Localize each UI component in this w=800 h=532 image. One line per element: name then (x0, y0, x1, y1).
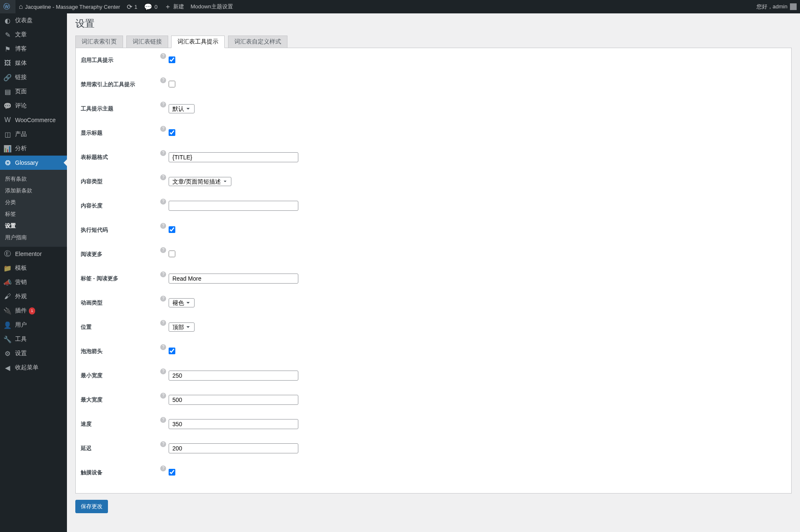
menu-comments[interactable]: 💬评论 (0, 99, 67, 113)
comments[interactable]: 💬0 (141, 0, 161, 13)
label-read-more: 阅读更多 (81, 242, 164, 266)
label-min-width: 最小宽度 (81, 363, 164, 388)
submenu-guide[interactable]: 用户指南 (0, 232, 67, 243)
help-icon[interactable]: ? (160, 126, 166, 132)
label-animation-type: 动画类型 (81, 291, 164, 315)
menu-templates[interactable]: 📁模板 (0, 261, 67, 275)
help-icon[interactable]: ? (160, 296, 166, 302)
checkbox-disable-on-index[interactable] (169, 81, 175, 87)
label-read-more-text: 标签 - 阅读更多 (81, 266, 164, 291)
help-icon[interactable]: ? (160, 247, 166, 253)
page-title: 设置 (75, 13, 792, 32)
chart-icon: 📊 (3, 144, 12, 153)
submenu-categories[interactable]: 分类 (0, 197, 67, 208)
tab-custom-style[interactable]: 词汇表自定义样式 (228, 36, 287, 48)
menu-blog[interactable]: ⚑博客 (0, 42, 67, 56)
menu-plugins[interactable]: 🔌插件1 (0, 304, 67, 318)
menu-collapse[interactable]: ◀收起菜单 (0, 361, 67, 375)
flag-icon: ⚑ (3, 45, 12, 53)
select-position[interactable]: 顶部 (169, 322, 195, 332)
input-speed[interactable] (169, 419, 298, 429)
link-icon: 🔗 (3, 73, 12, 82)
menu-elementor[interactable]: ⒺElementor (0, 247, 67, 261)
tab-index[interactable]: 词汇表索引页 (75, 36, 123, 48)
checkbox-exec-shortcode[interactable] (169, 226, 175, 233)
comment-icon: 💬 (3, 102, 12, 110)
menu-glossary[interactable]: ❂Glossary (0, 156, 67, 170)
help-icon[interactable]: ? (160, 320, 166, 326)
help-icon[interactable]: ? (160, 368, 166, 374)
help-icon[interactable]: ? (160, 174, 166, 180)
tab-links[interactable]: 词汇表链接 (126, 36, 168, 48)
updates-count: 1 (134, 4, 137, 10)
updates[interactable]: ⟳1 (123, 0, 141, 13)
glossary-submenu: 所有条款 添加新条款 分类 标签 设置 用户指南 (0, 170, 67, 247)
glossary-icon: ❂ (3, 159, 12, 167)
elementor-icon: Ⓔ (3, 250, 12, 258)
select-animation-type[interactable]: 褪色 (169, 298, 195, 307)
select-content-type[interactable]: 文章/页面简短描述 (169, 177, 231, 186)
submenu-tags[interactable]: 标签 (0, 208, 67, 220)
plugin-badge: 1 (29, 307, 35, 315)
help-icon[interactable]: ? (160, 393, 166, 399)
help-icon[interactable]: ? (160, 417, 166, 423)
save-button[interactable]: 保存更改 (75, 500, 108, 513)
menu-settings[interactable]: ⚙设置 (0, 346, 67, 361)
page-icon: ▤ (3, 87, 12, 96)
help-icon[interactable]: ? (160, 53, 166, 59)
label-tooltip-theme: 工具提示主题 (81, 97, 164, 121)
help-icon[interactable]: ? (160, 77, 166, 83)
input-min-width[interactable] (169, 371, 298, 381)
wp-logo[interactable]: ⓦ (0, 0, 15, 13)
checkbox-read-more[interactable] (169, 251, 175, 257)
input-delay[interactable] (169, 443, 298, 453)
input-max-width[interactable] (169, 395, 298, 405)
help-icon[interactable]: ? (160, 466, 166, 471)
woo-icon: W (3, 116, 12, 124)
menu-woocommerce[interactable]: WWooCommerce (0, 113, 67, 127)
label-touch-device: 触摸设备 (81, 460, 164, 485)
menu-posts[interactable]: ✎文章 (0, 28, 67, 42)
site-link[interactable]: ⌂Jacqueline - Massage Theraphy Center (15, 0, 123, 13)
help-icon[interactable]: ? (160, 271, 166, 277)
help-icon[interactable]: ? (160, 441, 166, 447)
avatar (790, 3, 797, 10)
help-icon[interactable]: ? (160, 150, 166, 156)
menu-products[interactable]: ◫产品 (0, 127, 67, 141)
label-delay: 延迟 (81, 436, 164, 460)
select-tooltip-theme[interactable]: 默认 (169, 104, 195, 113)
menu-pages[interactable]: ▤页面 (0, 84, 67, 99)
menu-dashboard[interactable]: ◐仪表盘 (0, 13, 67, 28)
menu-analytics[interactable]: 📊分析 (0, 141, 67, 156)
comments-count: 0 (154, 4, 157, 10)
input-read-more-label[interactable] (169, 274, 298, 284)
user-icon: 👤 (3, 321, 12, 329)
menu-marketing[interactable]: 📣营销 (0, 275, 67, 289)
menu-tools[interactable]: 🔧工具 (0, 332, 67, 346)
folder-icon: 📁 (3, 264, 12, 272)
checkbox-show-title[interactable] (169, 129, 175, 136)
submenu-all-terms[interactable]: 所有条款 (0, 173, 67, 185)
menu-users[interactable]: 👤用户 (0, 318, 67, 332)
submenu-settings[interactable]: 设置 (0, 220, 67, 232)
my-account[interactable]: 您好，admin (753, 0, 800, 13)
menu-media[interactable]: 🖾媒体 (0, 56, 67, 70)
input-content-length[interactable] (169, 201, 298, 211)
help-icon[interactable]: ? (160, 344, 166, 350)
input-title-format[interactable] (169, 152, 298, 162)
help-icon[interactable]: ? (160, 102, 166, 107)
theme-settings[interactable]: Modown主题设置 (187, 0, 236, 13)
new-label: 新建 (173, 3, 184, 10)
checkbox-bubble-arrow[interactable] (169, 348, 175, 354)
checkbox-touch-device[interactable] (169, 469, 175, 476)
new-content[interactable]: ＋新建 (161, 0, 187, 13)
label-content-length: 内容长度 (81, 194, 164, 218)
label-disable-on-index: 禁用索引上的工具提示 (81, 72, 164, 97)
menu-links[interactable]: 🔗链接 (0, 70, 67, 84)
tab-tooltip[interactable]: 词汇表工具提示 (171, 36, 225, 48)
submenu-add-term[interactable]: 添加新条款 (0, 185, 67, 197)
help-icon[interactable]: ? (160, 223, 166, 229)
help-icon[interactable]: ? (160, 199, 166, 205)
checkbox-enable-tooltip[interactable] (169, 56, 175, 63)
menu-appearance[interactable]: 🖌外观 (0, 289, 67, 304)
